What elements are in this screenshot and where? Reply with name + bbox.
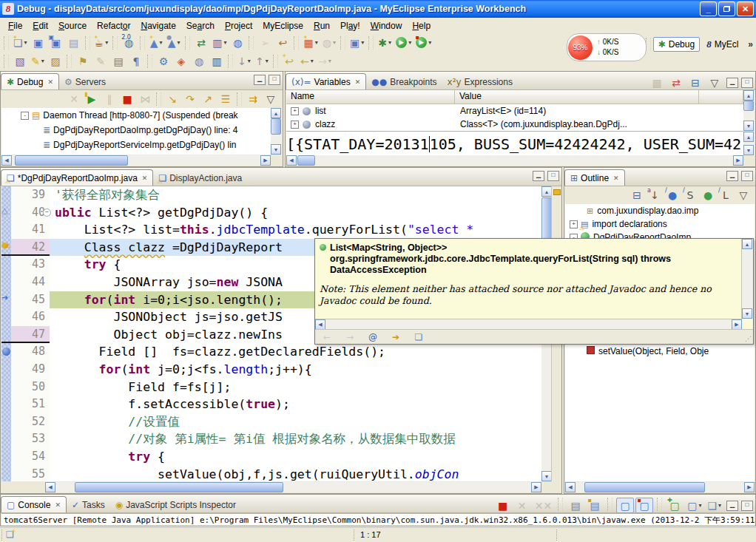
- highlight-pen-button[interactable]: ✎▾: [29, 53, 47, 69]
- popup-horizontal-scrollbar[interactable]: ◀ ▶: [315, 319, 742, 330]
- display-selected-console-button-dropdown[interactable]: ▾: [698, 502, 701, 509]
- next-annotation-button-dropdown[interactable]: ▾: [248, 58, 251, 64]
- show-public-button[interactable]: ●: [699, 188, 717, 203]
- console-scroll-lock-button[interactable]: ▤▪: [586, 498, 604, 513]
- menu-source[interactable]: Source: [53, 19, 92, 33]
- deploy-project-button[interactable]: ▥▾: [210, 35, 229, 50]
- variable-row-clazz[interactable]: +clazzClass<T> (com.juxundisplay.bean.Dg…: [286, 118, 743, 131]
- menu-refactor[interactable]: Refactor: [92, 19, 135, 33]
- marker-bar[interactable]: [1, 379, 11, 396]
- open-console-button-dropdown[interactable]: ▾: [718, 502, 721, 509]
- tree-expander[interactable]: -: [21, 112, 29, 120]
- menu-navigate[interactable]: Navigate: [135, 19, 180, 33]
- variables-detail-pane[interactable]: [{STAT_DAY=20131105, BUSS_SUM=42424242, …: [286, 131, 743, 156]
- column-name[interactable]: Name: [286, 90, 455, 104]
- tree-expander[interactable]: +: [570, 220, 578, 228]
- tab-close-icon[interactable]: ✕: [55, 501, 61, 509]
- resize-grip[interactable]: ⋰: [745, 335, 752, 342]
- back-history-button-dropdown[interactable]: ▾: [311, 58, 314, 64]
- tab-breakpoints[interactable]: ●● Breakpoints: [366, 74, 442, 89]
- display-selected-console-button[interactable]: ▢▾: [685, 498, 703, 513]
- column-value[interactable]: Value: [455, 90, 699, 104]
- tab-close-icon[interactable]: ✕: [355, 78, 361, 86]
- marker-bar[interactable]: [1, 186, 11, 204]
- marker-bar[interactable]: [1, 430, 11, 448]
- outline-collapse-all-button[interactable]: ⊟: [628, 188, 646, 203]
- maximize-view-button[interactable]: □: [741, 171, 753, 181]
- tab-tasks[interactable]: ✓ Tasks: [67, 497, 110, 512]
- perspective-debug-button[interactable]: ✱ Debug: [653, 37, 700, 52]
- new-myeclipse-wizard-button[interactable]: ☕✦▾: [92, 35, 111, 50]
- new-wizard-button[interactable]: ❏✦▾: [11, 35, 30, 50]
- tree-expander[interactable]: +: [291, 107, 299, 115]
- code-line-53[interactable]: 53 //对象 第i属性= 第i值 根据对象名称，从数据集中取数据: [1, 430, 541, 448]
- show-in-javadoc-view-button[interactable]: @: [364, 329, 382, 345]
- tab-editor-inactive[interactable]: ❏⚠ DisplayAction.java: [153, 170, 247, 186]
- maximize-view-button[interactable]: □: [741, 78, 753, 88]
- minimize-view-button[interactable]: ▁: [726, 171, 738, 181]
- drop-to-frame-button[interactable]: ☰: [217, 92, 234, 107]
- run-last-button-dropdown[interactable]: ▾: [408, 39, 411, 46]
- debug-stack-frame-row[interactable]: ≣: [1, 152, 271, 155]
- menu-project[interactable]: Project: [220, 19, 257, 33]
- browse-wizard-button-dropdown[interactable]: ▾: [178, 39, 180, 46]
- menu-myeclipse[interactable]: MyEclipse: [257, 19, 308, 33]
- marker-bar[interactable]: [1, 326, 11, 344]
- javadoc-forward-button[interactable]: →: [341, 329, 359, 345]
- tab-variables[interactable]: (x)= Variables ✕: [286, 73, 366, 89]
- tab-expressions[interactable]: x²y Expressions: [442, 74, 518, 89]
- marker-bar[interactable]: [1, 413, 11, 431]
- next-annotation-button[interactable]: ↓▾: [235, 53, 253, 69]
- forward-history-button[interactable]: →▾: [316, 53, 334, 69]
- db-explorer-button[interactable]: ◍: [190, 53, 208, 69]
- run-last-button[interactable]: ▶▾: [394, 35, 414, 50]
- disconnect-button[interactable]: ⋈: [136, 92, 154, 107]
- external-tools-button-dropdown[interactable]: ▾: [428, 39, 431, 46]
- code-line-55[interactable]: 55 setValue(obj,f,js.get(ruiQueryUtil.ob…: [1, 466, 541, 482]
- code-line-52[interactable]: 52 //设置值: [1, 413, 541, 431]
- tab-close-icon[interactable]: ✕: [47, 78, 53, 86]
- show-whitespace-button[interactable]: ¶: [127, 53, 145, 69]
- remove-terminated-button[interactable]: ✕: [65, 92, 83, 107]
- variable-row-list[interactable]: +listArrayList<E> (id=114): [286, 104, 743, 118]
- console-output[interactable]: tomcat6Server [Remote Java Application] …: [1, 513, 755, 525]
- marker-bar[interactable]: [1, 256, 11, 274]
- tree-expander[interactable]: +: [291, 121, 299, 129]
- outline-item-setvalue[interactable]: setValue(Object, Field, Obje: [565, 345, 755, 358]
- console-terminate-button[interactable]: ■: [494, 498, 512, 513]
- external-tools-button[interactable]: ▶▪▾: [414, 35, 433, 50]
- open-console-button[interactable]: ❏▾: [705, 498, 723, 513]
- outline-view-menu[interactable]: ▽: [735, 188, 752, 203]
- prev-annotation-button-dropdown[interactable]: ▾: [266, 58, 269, 64]
- system-monitor-widget[interactable]: 93% ↑ 0K/S ↓ 0K/S: [567, 33, 647, 61]
- search-flag-button[interactable]: ⚑: [74, 53, 92, 69]
- marker-bar[interactable]: [1, 361, 11, 379]
- suspend-button[interactable]: ∥: [101, 92, 118, 107]
- menu-search[interactable]: Search: [181, 19, 220, 33]
- minimize-view-button[interactable]: ▁: [533, 171, 544, 181]
- screen-capture-button[interactable]: ▣▾: [348, 35, 366, 50]
- restore-button[interactable]: [718, 1, 735, 16]
- use-step-filters-button[interactable]: ⇉: [244, 92, 262, 107]
- edit-button[interactable]: ✎: [92, 53, 109, 69]
- code-line-40[interactable]: △40−ublic List<?> getDgPdjDay() {: [1, 204, 541, 222]
- step-into-button[interactable]: ↘: [163, 92, 181, 107]
- close-button[interactable]: ✕: [737, 1, 754, 16]
- popup-vertical-scrollbar[interactable]: ▲ ▼: [741, 239, 753, 319]
- tab-close-icon[interactable]: ✕: [613, 175, 619, 182]
- menu-run[interactable]: Run: [308, 19, 335, 33]
- menu-edit[interactable]: Edit: [27, 19, 53, 33]
- maximize-view-button[interactable]: □: [741, 501, 753, 511]
- debug-thread-row[interactable]: -▤Daemon Thread [http-8080-7] (Suspended…: [1, 108, 271, 123]
- toggle-columns-button[interactable]: ▥: [208, 53, 226, 69]
- minimize-view-button[interactable]: ▁: [254, 75, 266, 85]
- marker-bar[interactable]: [1, 274, 11, 291]
- tab-editor-active[interactable]: ❏⚠ *DgPdjDayReportDaoImp.java ✕: [1, 169, 153, 186]
- code-line-48[interactable]: 48 Field [] fs=clazz.getDeclaredFields()…: [1, 343, 541, 361]
- new-myeclipse-wizard-button-dropdown[interactable]: ▾: [105, 39, 108, 46]
- tab-debug[interactable]: ✱ Debug ✕: [1, 73, 59, 89]
- outline-item-import-declarations[interactable]: +▤⚠import declarations: [565, 217, 755, 231]
- marker-bar[interactable]: [1, 308, 11, 326]
- outline-sort-button[interactable]: ↓a: [646, 188, 664, 203]
- minimize-view-button[interactable]: ▁: [726, 78, 738, 88]
